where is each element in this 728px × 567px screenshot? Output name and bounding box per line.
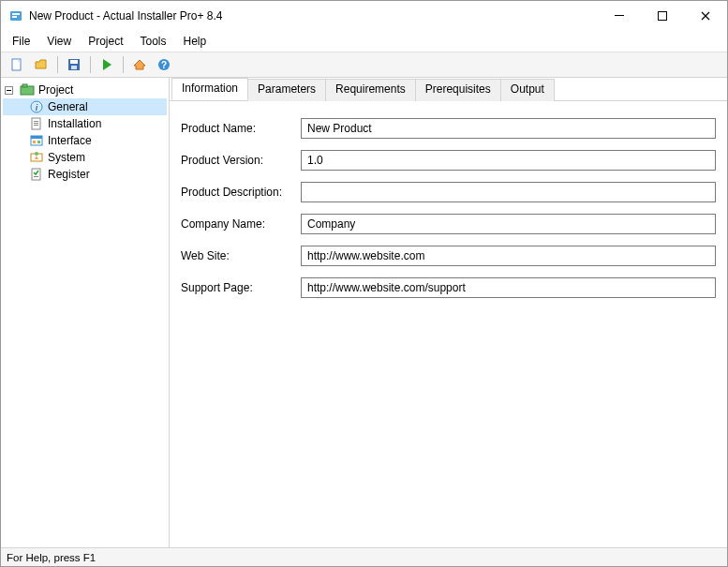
register-icon	[29, 167, 44, 182]
label-product-description: Product Description:	[181, 186, 301, 199]
svg-rect-26	[34, 176, 38, 177]
svg-rect-20	[31, 136, 42, 139]
open-button[interactable]	[31, 54, 52, 75]
svg-rect-22	[37, 141, 40, 143]
tab-information[interactable]: Information	[171, 78, 248, 100]
label-web-site: Web Site:	[181, 249, 301, 262]
svg-rect-3	[615, 15, 624, 16]
svg-rect-16	[34, 121, 38, 122]
input-product-version[interactable]	[301, 150, 716, 171]
sidebar-item-interface[interactable]: Interface	[3, 132, 167, 149]
sidebar-item-label: General	[48, 100, 88, 113]
tab-requirements[interactable]: Requirements	[325, 79, 416, 101]
project-icon	[20, 82, 35, 97]
menu-project[interactable]: Project	[81, 33, 130, 50]
maximize-button[interactable]	[641, 2, 684, 30]
svg-point-24	[35, 152, 38, 156]
titlebar: New Product - Actual Installer Pro+ 8.4	[1, 1, 727, 31]
separator	[57, 56, 58, 73]
separator	[90, 56, 91, 73]
svg-rect-17	[34, 123, 38, 124]
svg-rect-1	[12, 13, 20, 15]
main-panel: Information Parameters Requirements Prer…	[170, 78, 727, 547]
status-text: For Help, press F1	[7, 552, 96, 563]
menu-file[interactable]: File	[5, 33, 37, 50]
collapse-icon[interactable]	[5, 86, 13, 95]
tab-prerequisites[interactable]: Prerequisites	[415, 79, 501, 101]
input-product-description[interactable]	[301, 182, 716, 202]
sidebar-item-general[interactable]: i General	[3, 98, 167, 115]
svg-rect-7	[70, 60, 78, 64]
input-support-page[interactable]	[301, 277, 716, 298]
svg-text:?: ?	[161, 60, 167, 70]
input-company-name[interactable]	[301, 214, 716, 234]
sidebar: Project i General Installation Interface…	[1, 78, 170, 547]
svg-rect-8	[71, 66, 77, 69]
input-web-site[interactable]	[301, 246, 716, 266]
tab-panel-information: Product Name: Product Version: Product D…	[170, 100, 727, 547]
sidebar-item-installation[interactable]: Installation	[3, 115, 167, 132]
new-button[interactable]	[7, 54, 27, 75]
sidebar-item-system[interactable]: System	[3, 149, 167, 166]
tab-parameters[interactable]: Parameters	[247, 79, 326, 101]
home-button[interactable]	[129, 54, 150, 75]
sidebar-item-register[interactable]: Register	[3, 166, 167, 183]
svg-rect-2	[12, 16, 17, 18]
menubar: File View Project Tools Help	[1, 31, 727, 52]
document-icon	[29, 116, 44, 131]
save-button[interactable]	[64, 54, 84, 75]
label-product-name: Product Name:	[181, 122, 301, 135]
content: Project i General Installation Interface…	[1, 78, 727, 547]
separator	[123, 56, 124, 73]
tab-output[interactable]: Output	[500, 79, 555, 101]
close-button[interactable]	[684, 2, 727, 30]
window-title: New Product - Actual Installer Pro+ 8.4	[29, 9, 598, 22]
svg-rect-21	[33, 141, 36, 143]
tabs: Information Parameters Requirements Prer…	[170, 78, 727, 100]
tree-root-project[interactable]: Project	[3, 82, 167, 98]
system-icon	[29, 150, 44, 165]
menu-tools[interactable]: Tools	[133, 33, 174, 50]
label-company-name: Company Name:	[181, 217, 301, 231]
app-icon	[8, 8, 23, 23]
info-icon: i	[29, 99, 44, 114]
tree-root-label: Project	[38, 83, 73, 97]
svg-rect-18	[34, 125, 38, 126]
sidebar-item-label: System	[48, 151, 85, 164]
sidebar-item-label: Interface	[48, 134, 92, 147]
interface-icon	[29, 133, 44, 148]
sidebar-item-label: Register	[48, 168, 90, 181]
label-support-page: Support Page:	[181, 281, 301, 294]
label-product-version: Product Version:	[181, 154, 301, 167]
input-product-name[interactable]	[301, 118, 716, 139]
svg-rect-4	[659, 12, 667, 21]
svg-rect-12	[22, 84, 27, 87]
minimize-button[interactable]	[598, 2, 641, 30]
help-button[interactable]: ?	[154, 54, 174, 75]
menu-view[interactable]: View	[39, 33, 79, 50]
toolbar: ?	[1, 52, 727, 78]
sidebar-item-label: Installation	[48, 117, 101, 130]
menu-help[interactable]: Help	[176, 33, 215, 50]
statusbar: For Help, press F1	[1, 547, 727, 566]
run-button[interactable]	[97, 54, 117, 75]
